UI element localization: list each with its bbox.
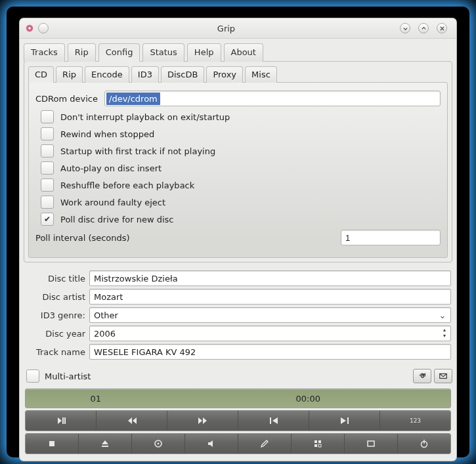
- subtab-discdb[interactable]: DiscDB: [161, 66, 204, 83]
- transport-bar-1: 123: [25, 410, 451, 431]
- transport-bar-2: [25, 433, 451, 454]
- check-reshuffle-label: Reshuffle before each playback: [60, 180, 194, 190]
- svg-rect-14: [368, 441, 374, 446]
- close-button[interactable]: [437, 23, 447, 33]
- titlebar-button-left[interactable]: [38, 23, 49, 33]
- svg-rect-12: [314, 444, 317, 447]
- check-multi-artist[interactable]: [26, 369, 39, 383]
- disc-year-input[interactable]: 2006 ▴▾: [89, 326, 451, 341]
- play-pause-button[interactable]: [26, 411, 97, 431]
- window-title: Grip: [53, 24, 400, 33]
- rewind-button[interactable]: [97, 411, 167, 431]
- subtab-cd[interactable]: CD: [28, 66, 54, 83]
- minimize-button[interactable]: [400, 23, 410, 33]
- cdrom-device-value: /dev/cdrom: [106, 93, 160, 105]
- check-rewind-label: Rewind when stopped: [60, 129, 154, 139]
- check-startup-first-label: Startup with first track if not playing: [60, 146, 215, 156]
- check-rewind[interactable]: [41, 127, 54, 140]
- subtab-id3[interactable]: ID3: [131, 66, 159, 83]
- grip-window: Grip Tracks Rip Config Status Help About…: [20, 18, 456, 461]
- disc-artist-value: Mozart: [94, 292, 123, 302]
- svg-rect-11: [318, 440, 321, 443]
- poll-interval-label: Poll interval (seconds): [35, 233, 130, 243]
- svg-rect-4: [64, 417, 66, 424]
- track-name-value: WESELE FIGARA KV 492: [94, 347, 196, 357]
- tab-status[interactable]: Status: [142, 43, 184, 62]
- counter-button[interactable]: 123: [380, 411, 450, 431]
- maximize-button[interactable]: [418, 23, 429, 33]
- main-tabstrip: Tracks Rip Config Status Help About: [24, 43, 452, 61]
- disc-artist-input[interactable]: Mozart: [89, 289, 451, 305]
- check-reshuffle[interactable]: [41, 179, 54, 192]
- config-panel: CD Rip Encode ID3 DiscDB Proxy Misc CDRo…: [24, 61, 452, 263]
- check-startup-first[interactable]: [41, 144, 54, 158]
- stop-button[interactable]: [26, 434, 79, 453]
- svg-rect-10: [314, 440, 317, 443]
- cdrom-device-label: CDRom device: [35, 94, 98, 104]
- cdrom-device-input[interactable]: /dev/cdrom: [104, 91, 441, 106]
- svg-rect-16: [423, 440, 424, 444]
- svg-rect-13: [318, 444, 321, 447]
- eject-button[interactable]: [79, 434, 132, 453]
- svg-rect-5: [270, 417, 271, 424]
- check-faulty-eject-label: Work around faulty eject: [60, 198, 165, 207]
- disc-title-input[interactable]: Mistrzowskie Dzieła: [89, 270, 451, 286]
- next-track-button[interactable]: [309, 411, 380, 431]
- refresh-button[interactable]: [413, 369, 431, 383]
- check-dont-interrupt-label: Don't interrupt playback on exit/startup: [60, 112, 230, 122]
- svg-point-9: [158, 443, 160, 445]
- progress-track: 01: [26, 389, 166, 408]
- svg-point-1: [28, 27, 31, 30]
- disc-title-value: Mistrzowskie Dzieła: [94, 274, 178, 284]
- tab-rip[interactable]: Rip: [68, 43, 96, 62]
- disc-year-label: Disc year: [25, 329, 85, 339]
- subtab-proxy[interactable]: Proxy: [206, 66, 243, 83]
- tracks-button[interactable]: [292, 434, 345, 453]
- mail-button[interactable]: [434, 369, 452, 383]
- progress-bar[interactable]: 01 00:00: [25, 389, 451, 408]
- progress-time: 00:00: [166, 389, 451, 408]
- id3-genre-label: ID3 genre:: [25, 310, 85, 320]
- subtab-encode[interactable]: Encode: [85, 66, 129, 83]
- window-button[interactable]: [345, 434, 398, 453]
- cd-config-panel: CDRom device /dev/cdrom Don't interrupt …: [28, 82, 448, 258]
- svg-rect-7: [49, 441, 54, 446]
- svg-rect-3: [62, 417, 64, 424]
- disc-button[interactable]: [132, 434, 185, 453]
- power-button[interactable]: [398, 434, 450, 453]
- tab-config[interactable]: Config: [98, 43, 141, 62]
- tab-about[interactable]: About: [224, 43, 263, 62]
- disc-artist-label: Disc artist: [25, 292, 85, 302]
- edit-button[interactable]: [238, 434, 292, 453]
- check-autoplay[interactable]: [41, 161, 54, 175]
- check-dont-interrupt[interactable]: [41, 110, 54, 123]
- check-autoplay-label: Auto-play on disc insert: [60, 163, 162, 173]
- multi-artist-label: Multi-artist: [45, 371, 91, 381]
- svg-rect-6: [347, 417, 349, 424]
- app-icon: [25, 24, 34, 33]
- check-poll-drive-label: Poll disc drive for new disc: [60, 215, 173, 224]
- check-poll-drive[interactable]: [41, 213, 54, 226]
- config-subtabstrip: CD Rip Encode ID3 DiscDB Proxy Misc: [28, 66, 448, 82]
- id3-genre-value: Other: [94, 310, 118, 320]
- disc-info: Disc title Mistrzowskie Dzieła Disc arti…: [20, 266, 456, 368]
- year-spin-buttons[interactable]: ▴▾: [440, 327, 449, 340]
- disc-year-value: 2006: [94, 329, 116, 339]
- check-faulty-eject[interactable]: [41, 196, 54, 209]
- fast-forward-button[interactable]: [167, 411, 238, 431]
- chevron-down-icon: ⌄: [437, 310, 448, 320]
- track-name-input[interactable]: WESELE FIGARA KV 492: [89, 344, 451, 360]
- tab-help[interactable]: Help: [187, 43, 221, 62]
- titlebar: Grip: [20, 18, 456, 39]
- subtab-misc[interactable]: Misc: [245, 66, 277, 83]
- disc-title-label: Disc title: [25, 274, 85, 284]
- track-name-label: Track name: [25, 347, 85, 357]
- volume-button[interactable]: [185, 434, 238, 453]
- tab-tracks[interactable]: Tracks: [24, 43, 65, 62]
- id3-genre-combo[interactable]: Other ⌄: [89, 307, 451, 323]
- poll-interval-input[interactable]: [341, 230, 441, 245]
- prev-track-button[interactable]: [238, 411, 309, 431]
- subtab-rip[interactable]: Rip: [56, 66, 83, 83]
